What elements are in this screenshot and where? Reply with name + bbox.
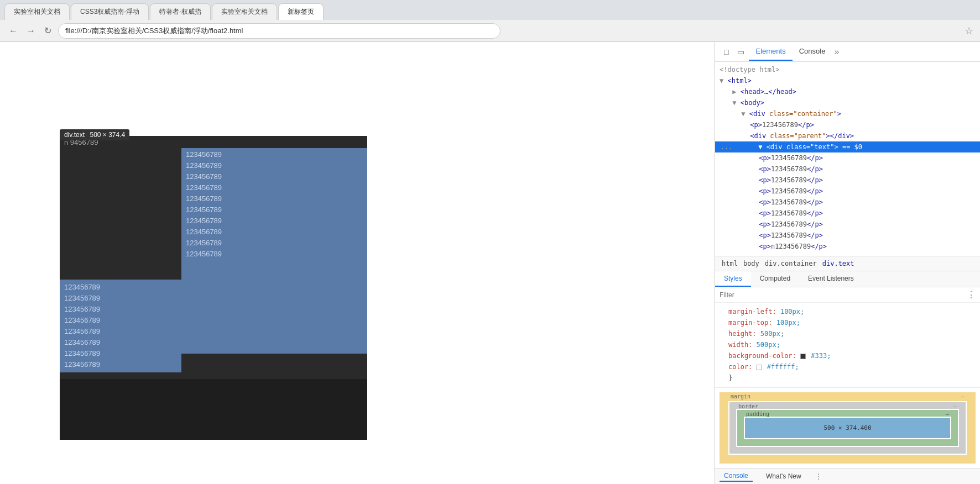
text-line: 123456789 [186,171,363,182]
dom-div-container[interactable]: <div class="container"> [715,108,980,119]
breadcrumb-text[interactable]: div.text [820,259,857,269]
tab-elements[interactable]: Elements [749,43,792,61]
styles-tabs-bar: Styles Computed Event Listeners [715,271,980,287]
css-rules: margin-left: 100px; margin-top: 100px; h… [715,303,980,387]
tab-bar: 实验室相关文档 CSS3权威指南-浮动 特著者-权威指 实验室相关文档 新标签页 [0,0,980,20]
filter-input[interactable] [720,291,967,299]
text-line: 123456789 [186,227,363,238]
tab-console[interactable]: Console [793,43,832,61]
margin-box: margin – border – padding – [720,392,976,464]
devtools-panel: □ ▭ Elements Console » <!doctype html> <… [715,42,980,484]
text-line: 123456789 [64,359,177,370]
dark-bottom-area [60,379,367,440]
dom-div-text[interactable]: ... <div class="text"> == $0 [715,141,980,152]
expand-container[interactable] [741,110,745,118]
back-button[interactable]: ← [7,24,20,38]
text-line: 123456789 [64,348,177,359]
dom-p-text-partial[interactable]: <p>n123456789</p> [715,241,980,252]
text-line: 123456789 [186,182,363,193]
bottom-whats-new-tab[interactable]: What's New [762,471,806,481]
p1-tag: <p> [750,121,762,129]
border-dash: – [953,403,957,409]
dom-doctype[interactable]: <!doctype html> [715,64,980,75]
devtools-toolbar: □ ▭ Elements Console » [715,42,980,62]
text-line: 123456789 [64,282,177,293]
filter-bar: ⋮ [715,287,980,303]
left-text-block: 123456789 123456789 123456789 123456789 … [60,280,181,372]
tab-event-listeners[interactable]: Event Listeners [799,271,863,287]
doctype-text: <!doctype html> [720,66,779,73]
dom-p-text-6[interactable]: <p>123456789</p> [715,208,980,219]
text-line: 123456789 [186,149,363,160]
tab-1[interactable]: 实验室相关文档 [4,3,70,20]
dom-p-text-7[interactable]: <p>123456789</p> [715,219,980,230]
element-tooltip: div.text 500 × 374.4 [60,129,129,140]
dom-p-text-1[interactable]: <p>123456789</p> [715,152,980,164]
expand-head[interactable] [732,88,736,96]
css-height: height: 500px; [720,328,976,339]
border-box: border – padding – 500 × 374.400 [729,402,966,454]
tab-5-active[interactable]: 新标签页 [278,3,324,20]
breadcrumb-body[interactable]: body [741,259,762,269]
dom-p-text-2[interactable]: <p>123456789</p> [715,164,980,175]
breadcrumb-container[interactable]: div.container [763,259,819,269]
bottom-console-tab[interactable]: Console [720,471,753,482]
text-line: 123456789 [186,160,363,171]
css-margin-left: margin-left: 100px; [720,306,976,317]
dom-p-text-3[interactable]: <p>123456789</p> [715,175,980,186]
html-tag: <html> [727,77,751,85]
breadcrumb-html[interactable]: html [720,259,740,269]
tab-styles[interactable]: Styles [715,271,751,287]
expand-body[interactable] [732,99,736,107]
more-tabs-icon[interactable]: » [832,45,841,59]
color-swatch[interactable] [757,365,762,370]
bottom-bar: Console What's New ⋮ [715,468,980,484]
dom-body[interactable]: <body> [715,97,980,108]
filter-options-icon[interactable]: ⋮ [967,290,976,300]
container-tag: <div [749,110,769,118]
tab-computed[interactable]: Computed [751,271,799,287]
tab-4[interactable]: 实验室相关文档 [212,3,277,20]
padding-box: padding – 500 × 374.400 [737,410,958,446]
bg-color-swatch[interactable] [800,354,806,359]
content-box: 500 × 374.400 [745,418,950,438]
parent-tag: <div [750,132,770,140]
dom-p-text-5[interactable]: <p>123456789</p> [715,197,980,208]
text-line: 123456789 [64,315,177,326]
float-div: 123456789 123456789 123456789 123456789 … [181,147,367,354]
dom-p-text-8[interactable]: <p>123456789</p> [715,230,980,241]
text-line: 123456789 [186,249,363,260]
dom-html[interactable]: <html> [715,75,980,86]
box-size: 500 × 374.400 [823,424,871,432]
border-label: border [738,403,758,409]
padding-dash: – [946,411,949,417]
text-line: 123456789 [186,193,363,204]
dom-p-1[interactable]: <p>123456789</p> [715,119,980,130]
reload-button[interactable]: ↻ [42,23,54,38]
breadcrumb: html body div.container div.text [715,256,980,271]
dom-p-text-4[interactable]: <p>123456789</p> [715,186,980,197]
nav-bar: ← → ↻ file:///D:/南京实验室相关/CSS3权威指南/浮动/flo… [0,20,980,42]
forward-button[interactable]: → [24,24,38,38]
browser-window: 实验室相关文档 CSS3权威指南-浮动 特著者-权威指 实验室相关文档 新标签页… [0,0,980,484]
bookmark-icon[interactable]: ☆ [965,25,973,37]
address-bar[interactable]: file:///D:/南京实验室相关/CSS3权威指南/浮动/float2.ht… [58,23,501,39]
box-model-section: margin – border – padding – [715,387,980,468]
bottom-more-icon[interactable]: ⋮ [815,472,822,481]
margin-dash: – [961,393,965,399]
inspect-icon[interactable]: □ [720,45,733,59]
dom-head[interactable]: <head>…</head> [715,86,980,97]
expand-html[interactable] [720,77,723,85]
text-lines-float: 123456789 123456789 123456789 123456789 … [181,147,367,262]
padding-label: padding [746,411,769,417]
body-tag: <body> [741,99,764,107]
tab-2[interactable]: CSS3权威指南-浮动 [71,3,149,20]
dom-div-parent[interactable]: <div class="parent"></div> [715,130,980,141]
tab-3[interactable]: 特著者-权威指 [150,3,211,20]
device-icon[interactable]: ▭ [733,45,749,59]
main-area: div.text 500 × 374.4 123456789 123456789… [0,42,980,484]
text-line: 123456789 [64,304,177,315]
head-tag: < [741,88,744,96]
margin-label: margin [731,393,750,399]
expand-text[interactable] [758,143,762,151]
